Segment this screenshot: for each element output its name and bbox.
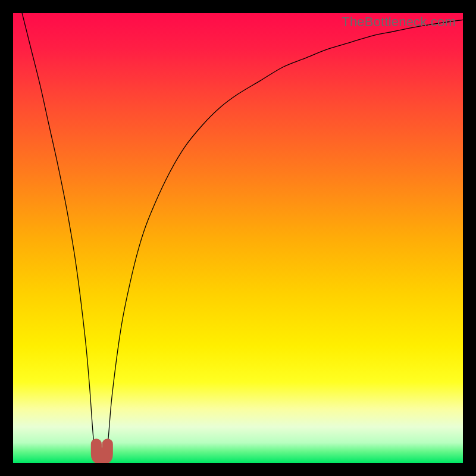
outer-frame: TheBottleneck.com: [0, 0, 476, 476]
plot-area: TheBottleneck.com: [13, 13, 463, 463]
bottleneck-curve: [13, 13, 463, 460]
chart-svg: [13, 13, 463, 463]
tip-marker: [96, 444, 108, 458]
watermark-text: TheBottleneck.com: [342, 14, 456, 30]
